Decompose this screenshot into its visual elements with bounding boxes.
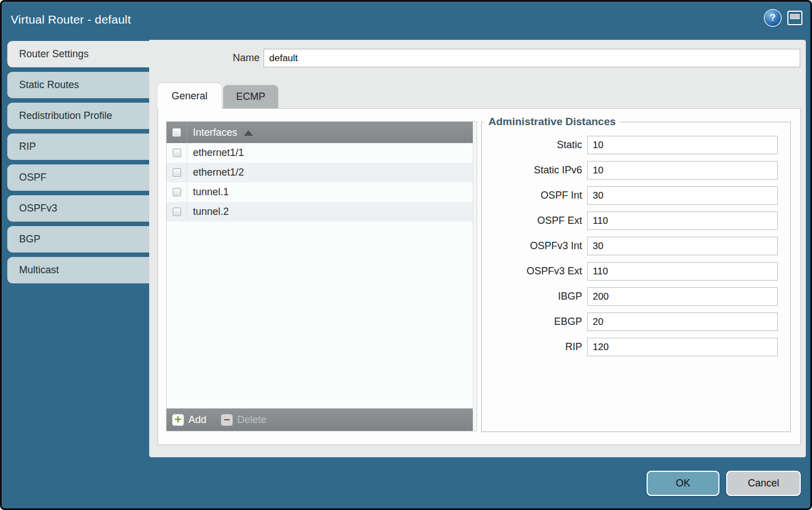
interface-name: tunnel.1 [187, 186, 229, 198]
sidebar-item[interactable]: BGP [7, 226, 149, 252]
sidebar-item[interactable]: Redistribution Profile [7, 103, 149, 129]
minus-icon: − [221, 414, 233, 426]
distance-field-row: OSPFv3 Int [482, 237, 790, 255]
row-checkbox-cell [167, 143, 187, 163]
table-scrollbar[interactable] [473, 122, 477, 431]
sort-ascending-icon[interactable] [244, 130, 253, 136]
tab-ecmp[interactable]: ECMP [223, 85, 278, 108]
administrative-distances-fields: Static Static IPv6 OSPF Int [482, 136, 790, 356]
name-input[interactable] [264, 49, 800, 67]
distance-field-row: Static IPv6 [482, 161, 790, 180]
sidebar: Router Settings Static Routes Redistribu… [7, 41, 149, 288]
distance-input[interactable] [587, 313, 778, 331]
sidebar-item[interactable]: Static Routes [7, 72, 149, 98]
distance-input[interactable] [587, 136, 778, 154]
restore-window-icon-inner [790, 14, 800, 19]
interface-name: ethernet1/2 [187, 167, 244, 178]
titlebar-icons: ? [765, 10, 802, 26]
distance-input[interactable] [587, 262, 778, 281]
virtual-router-dialog: Virtual Router - default ? Router Settin… [0, 0, 812, 510]
distance-field-row: OSPF Ext [482, 212, 790, 230]
distance-input[interactable] [587, 338, 778, 356]
distance-input[interactable] [587, 186, 778, 205]
interfaces-table-header: Interfaces [167, 122, 477, 143]
distance-input[interactable] [587, 161, 778, 180]
sidebar-item[interactable]: Multicast [7, 257, 149, 283]
distance-field-label: OSPFv3 Int [482, 240, 587, 252]
distance-input[interactable] [587, 212, 778, 230]
tab-general[interactable]: General [158, 83, 222, 109]
distance-field-label: Static IPv6 [482, 164, 587, 176]
help-icon[interactable]: ? [765, 10, 781, 26]
general-tab-panel: Interfaces ethernet1/1 ethernet1/2 [158, 108, 801, 445]
distance-field-row: IBGP [482, 287, 790, 306]
table-row[interactable]: ethernet1/2 [167, 163, 477, 182]
distance-field-row: Static [482, 136, 790, 154]
interface-name: tunnel.2 [187, 206, 229, 218]
distance-field-label: OSPFv3 Ext [482, 265, 587, 277]
delete-button-label: Delete [237, 414, 266, 426]
interfaces-table-body: ethernet1/1 ethernet1/2 tunnel.1 [167, 143, 477, 408]
row-checkbox-cell [167, 202, 187, 222]
row-checkbox[interactable] [173, 188, 181, 196]
distance-input[interactable] [587, 237, 778, 255]
row-checkbox[interactable] [173, 168, 181, 177]
plus-icon: + [172, 414, 184, 426]
distance-field-label: Static [482, 139, 587, 151]
dialog-title: Virtual Router - default [11, 2, 131, 40]
administrative-distances-fieldset: Administrative Distances Static Static I… [481, 116, 791, 432]
table-row[interactable]: ethernet1/1 [167, 143, 477, 163]
distance-field-label: IBGP [482, 291, 587, 302]
distance-field-row: RIP [482, 338, 790, 356]
distance-field-label: OSPF Int [482, 190, 587, 201]
distance-field-label: RIP [482, 341, 587, 353]
add-button-label: Add [188, 414, 206, 426]
distance-field-label: OSPF Ext [482, 215, 587, 227]
select-all-checkbox[interactable] [172, 128, 181, 137]
title-bar: Virtual Router - default ? [2, 2, 810, 40]
row-checkbox[interactable] [173, 208, 181, 216]
sidebar-item[interactable]: Router Settings [7, 41, 149, 67]
distance-input[interactable] [587, 287, 778, 306]
interfaces-table-footer: + Add − Delete [167, 408, 477, 431]
row-checkbox-cell [167, 163, 187, 182]
row-checkbox-cell [167, 182, 187, 202]
table-row[interactable]: tunnel.1 [167, 182, 477, 202]
header-checkbox-cell [167, 122, 187, 143]
interfaces-table: Interfaces ethernet1/1 ethernet1/2 [166, 121, 477, 431]
cancel-button[interactable]: Cancel [726, 471, 801, 496]
sidebar-item[interactable]: OSPF [7, 164, 149, 191]
administrative-distances-legend: Administrative Distances [484, 116, 620, 128]
sidebar-item[interactable]: RIP [7, 134, 149, 160]
ok-button[interactable]: OK [647, 471, 719, 496]
distance-field-row: OSPFv3 Ext [482, 262, 790, 281]
interface-name: ethernet1/1 [187, 147, 244, 159]
row-checkbox[interactable] [173, 149, 181, 157]
restore-window-icon[interactable] [787, 11, 802, 25]
name-label: Name [149, 49, 260, 67]
content-panel: Name General ECMP Interfaces ethernet1/1 [149, 40, 806, 457]
table-row[interactable]: tunnel.2 [167, 202, 477, 222]
distance-field-row: OSPF Int [482, 186, 790, 205]
interfaces-column-header[interactable]: Interfaces [187, 127, 237, 139]
add-button[interactable]: + Add [172, 414, 206, 426]
sidebar-item[interactable]: OSPFv3 [7, 195, 149, 222]
distance-field-row: EBGP [482, 313, 790, 331]
distance-field-label: EBGP [482, 316, 587, 328]
delete-button[interactable]: − Delete [221, 414, 266, 426]
